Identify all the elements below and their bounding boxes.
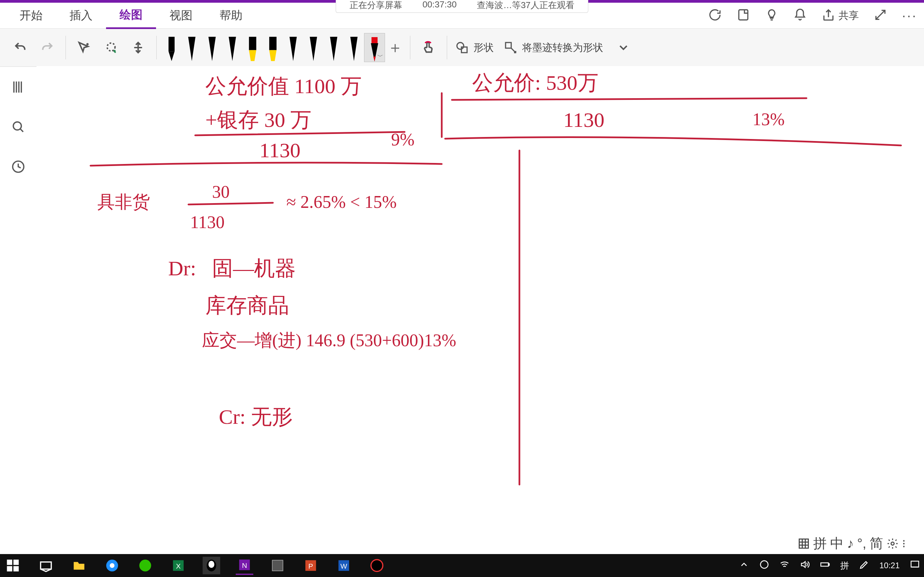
taskbar-apps: X N P W [4, 556, 386, 575]
start-button[interactable] [4, 557, 22, 574]
ime-item[interactable]: °, [857, 536, 866, 551]
add-pen-button[interactable]: ＋ [385, 37, 405, 58]
svg-rect-23 [799, 539, 808, 548]
tab-draw[interactable]: 绘图 [106, 2, 156, 29]
ime-item[interactable]: 拼 [813, 534, 827, 553]
svg-marker-11 [289, 37, 297, 61]
undo-button[interactable] [10, 37, 31, 58]
pen-6[interactable] [283, 33, 303, 61]
tray-overflow-icon[interactable] [739, 559, 749, 572]
tab-insert[interactable]: 插入 [56, 3, 106, 28]
gear-icon[interactable] [887, 538, 899, 550]
wifi-icon[interactable] [779, 559, 790, 572]
wechat-icon[interactable] [136, 557, 154, 574]
svg-marker-14 [350, 37, 358, 61]
qq-icon[interactable] [203, 557, 220, 574]
svg-point-31 [110, 563, 115, 568]
ink-stroke [452, 98, 806, 100]
recent-icon[interactable] [11, 159, 26, 176]
svg-marker-13 [330, 37, 338, 61]
svg-point-32 [139, 560, 151, 572]
powerpoint-icon[interactable]: P [302, 557, 320, 574]
pen-tray-icon[interactable] [859, 559, 869, 572]
touch-draw-button[interactable] [418, 37, 439, 58]
taskbar-clock[interactable]: 10:21 [879, 561, 900, 570]
svg-marker-6 [229, 37, 236, 61]
ink-stroke [90, 163, 442, 166]
more-icon[interactable]: ··· [902, 8, 917, 23]
volume-icon[interactable] [800, 559, 810, 572]
ime-tray-icon[interactable]: 拼 [840, 560, 849, 572]
svg-rect-15 [372, 37, 378, 43]
svg-point-44 [371, 560, 383, 572]
share-button[interactable]: 共享 [822, 9, 859, 23]
ink-stroke [195, 132, 405, 135]
media-icon[interactable] [368, 557, 386, 574]
shapes-label: 形状 [473, 41, 494, 55]
svg-rect-28 [13, 566, 19, 572]
ime-item[interactable]: 中 [830, 534, 843, 553]
notification-icon[interactable] [910, 559, 920, 572]
ink-text: 应交—增(进) 146.9 (530+600)13% [202, 331, 456, 350]
pen-1[interactable] [182, 33, 202, 61]
grid-icon [798, 538, 810, 550]
ink-text: 库存商品 [205, 294, 289, 317]
lightbulb-icon[interactable] [765, 8, 779, 23]
pen-4-highlighter[interactable] [242, 33, 263, 61]
tab-view[interactable]: 视图 [156, 3, 206, 28]
clock-time: 10:21 [879, 561, 900, 570]
tab-home[interactable]: 开始 [6, 3, 56, 28]
word-icon[interactable]: W [335, 557, 352, 574]
tab-help[interactable]: 帮助 [206, 3, 256, 28]
tray-icon[interactable] [759, 559, 769, 572]
ime-more[interactable]: ⁝ [902, 537, 906, 550]
draw-ribbon: ﹀ ＋ 形状 将墨迹转换为形状 [0, 29, 924, 67]
ime-item[interactable]: 简 [870, 534, 883, 553]
ink-to-shape-button[interactable]: 将墨迹转换为形状 [504, 41, 603, 55]
excel-icon[interactable]: X [170, 557, 187, 574]
shapes-button[interactable]: 形状 [455, 41, 494, 55]
page-icon[interactable] [737, 8, 750, 23]
battery-icon[interactable] [820, 559, 830, 572]
taskview-icon[interactable] [37, 557, 55, 574]
svg-text:W: W [341, 562, 347, 570]
pen-2[interactable] [202, 33, 222, 61]
pen-10-red[interactable]: ﹀ [364, 33, 385, 62]
bell-icon[interactable] [793, 8, 807, 23]
pen-5-highlighter[interactable] [263, 33, 283, 61]
redo-button[interactable] [37, 37, 57, 58]
ink-text: 固—机器 [212, 257, 296, 280]
explorer-icon[interactable] [70, 557, 88, 574]
browser-icon[interactable] [103, 557, 121, 574]
svg-rect-46 [821, 563, 829, 566]
pen-9[interactable] [344, 33, 364, 61]
notebooks-icon[interactable] [11, 80, 26, 96]
svg-point-36 [208, 561, 215, 568]
search-icon[interactable] [11, 119, 26, 135]
pen-7[interactable] [303, 33, 323, 61]
chevron-down-icon: ﹀ [377, 52, 383, 60]
ribbon-expand-button[interactable] [613, 37, 633, 58]
svg-rect-29 [40, 562, 51, 569]
pen-8[interactable] [323, 33, 344, 61]
windows-taskbar: X N P W 拼 10:21 [0, 554, 924, 577]
onenote-icon[interactable]: N [236, 556, 253, 575]
svg-marker-8 [249, 50, 256, 61]
text-cursor-button[interactable] [74, 37, 94, 58]
pen-0[interactable] [162, 33, 182, 61]
insert-space-button[interactable] [128, 37, 148, 58]
ime-item[interactable]: ♪ [847, 536, 854, 551]
system-tray: 拼 10:21 [739, 559, 920, 572]
fullscreen-icon[interactable] [874, 8, 887, 23]
ink-text: +银存 30 万 [205, 108, 312, 131]
app-icon[interactable] [269, 557, 286, 574]
ink-text: 公允价: 530万 [472, 71, 598, 94]
lasso-button[interactable] [101, 37, 121, 58]
note-canvas[interactable]: 公允价值 1100 万 +银存 30 万 1130 9% 公允价: 530万 1… [37, 66, 924, 554]
ime-bar[interactable]: 拼 中 ♪ °, 简 ⁝ [795, 533, 908, 553]
pen-3[interactable] [222, 33, 242, 61]
ink-stroke [189, 203, 273, 205]
ink-text: Cr: 无形 [219, 405, 293, 428]
ink-text: 1130 [563, 108, 604, 131]
sync-icon[interactable] [708, 8, 722, 23]
